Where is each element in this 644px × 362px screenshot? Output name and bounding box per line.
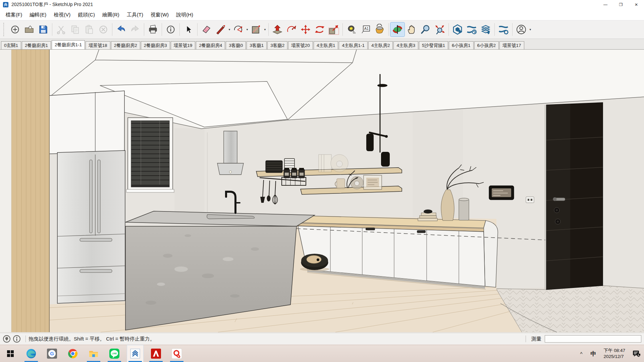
scene-tab-11[interactable]: 場景號20: [288, 41, 313, 49]
paint-bucket-button[interactable]: [373, 22, 387, 37]
tray-expand-chevron[interactable]: ^: [576, 351, 586, 357]
pan-button[interactable]: [405, 22, 419, 37]
print-button[interactable]: [146, 22, 160, 37]
menu-help[interactable]: 說明(H): [172, 10, 197, 20]
taskbar-app-chrome[interactable]: [65, 345, 81, 362]
line-pencil-icon: [215, 24, 226, 35]
zoom-button[interactable]: [419, 22, 433, 37]
paste-button[interactable]: [82, 22, 96, 37]
scene-tab-4[interactable]: 2餐廳廚房2: [111, 41, 140, 49]
menu-bar: 檔案(F) 編輯(E) 檢視(V) 鏡頭(C) 繪圖(R) 工具(T) 視窗(W…: [0, 9, 644, 20]
rotate-button[interactable]: [313, 22, 327, 37]
scene-tab-7[interactable]: 2餐廳廚房4: [196, 41, 225, 49]
scene-tab-12[interactable]: 4主臥房1: [314, 41, 338, 49]
taskbar-app-edge[interactable]: [23, 345, 39, 362]
select-button[interactable]: [181, 22, 196, 37]
scene-tab-16[interactable]: 5沙發背牆1: [419, 41, 448, 49]
toolbar-grip[interactable]: [3, 23, 5, 36]
credits-info-icon[interactable]: [13, 335, 21, 343]
arc-tool-dropdown[interactable]: ▼: [246, 28, 249, 31]
cut-icon: [56, 24, 66, 35]
taskbar-app-adobe[interactable]: [148, 345, 164, 362]
push-pull-button[interactable]: [270, 22, 284, 37]
cut-button[interactable]: [54, 22, 68, 37]
menu-view[interactable]: 檢視(V): [50, 10, 74, 20]
text-tool-button[interactable]: A1: [359, 22, 373, 37]
scene-tab-0[interactable]: 0玄關1: [1, 41, 21, 49]
scene-tab-6[interactable]: 場景號19: [171, 41, 196, 49]
cancel-button[interactable]: [96, 22, 110, 37]
menu-camera[interactable]: 鏡頭(C): [74, 10, 99, 20]
status-separator: [526, 336, 526, 342]
windows-start-icon: [6, 350, 14, 358]
new-button[interactable]: [8, 22, 22, 37]
account-button[interactable]: [514, 22, 528, 37]
measure-input[interactable]: [545, 335, 641, 343]
model-info-button[interactable]: [164, 22, 178, 37]
scene-tab-9[interactable]: 3客廳1: [247, 41, 267, 49]
gray-vase: [459, 199, 469, 220]
undo-icon: [116, 24, 126, 35]
copy-button[interactable]: [68, 22, 82, 37]
extension-sync-button[interactable]: [465, 22, 479, 37]
status-hint: 拖曳以便進行環繞。Shift = 平移。 Ctrl = 暫時停止重力。: [29, 336, 523, 342]
taskbar-app-line[interactable]: LINE: [106, 345, 122, 362]
wall-tablet: [489, 186, 514, 200]
tape-measure-button[interactable]: [344, 22, 359, 37]
scene-tab-18[interactable]: 6小孩房2: [474, 41, 499, 49]
scene-tab-13[interactable]: 4主臥房1-1: [339, 41, 368, 49]
3d-viewport[interactable]: [0, 50, 644, 333]
taskbar-app-file-explorer[interactable]: [86, 345, 102, 362]
scene-tab-1[interactable]: 2餐廳廚房1: [22, 41, 51, 49]
close-button[interactable]: ✕: [629, 0, 644, 9]
status-separator: [25, 336, 26, 342]
taskbar-app-acrobat[interactable]: [169, 345, 185, 362]
undo-button[interactable]: [114, 22, 128, 37]
redo-button[interactable]: [128, 22, 142, 37]
scene-tab-15[interactable]: 4主臥房3: [393, 41, 418, 49]
menu-window[interactable]: 視窗(W): [147, 10, 172, 20]
toolbar-separator: [494, 23, 495, 36]
scene-tab-3[interactable]: 場景號18: [86, 41, 110, 49]
line-tool-button[interactable]: [213, 22, 227, 37]
rectangle-tool-button[interactable]: [249, 22, 263, 37]
scene-tab-14[interactable]: 4主臥房2: [368, 41, 393, 49]
geolocation-icon[interactable]: [3, 335, 11, 343]
start-button[interactable]: [2, 345, 18, 362]
arc-tool-button[interactable]: [231, 22, 245, 37]
extension-layers-button[interactable]: [479, 22, 493, 37]
menu-edit[interactable]: 編輯(E): [26, 10, 50, 20]
scene-tab-17[interactable]: 6小孩房1: [449, 41, 474, 49]
account-dropdown[interactable]: ▼: [529, 28, 532, 31]
menu-draw[interactable]: 繪圖(R): [99, 10, 123, 20]
rectangle-tool-dropdown[interactable]: ▼: [263, 28, 267, 31]
taskbar-app-google[interactable]: G: [44, 345, 60, 362]
sketchup-window: 20251001TO客戶 - SketchUp Pro 2021 — ❐ ✕ 檔…: [0, 0, 644, 343]
taskbar-app-sketchup[interactable]: [127, 345, 143, 362]
save-button[interactable]: [36, 22, 50, 37]
extension-settings-button[interactable]: [496, 22, 511, 37]
orbit-button[interactable]: [390, 22, 405, 37]
restore-button[interactable]: ❐: [613, 0, 629, 9]
taskbar-clock[interactable]: 下午 08:47 2025/12/7: [600, 348, 629, 359]
extension-download-button[interactable]: [450, 22, 465, 37]
move-button[interactable]: [299, 22, 313, 37]
action-center-button[interactable]: [629, 345, 644, 362]
scene-tab-2-active[interactable]: 2餐廳廚房1-1: [52, 40, 85, 49]
zoom-extents-button[interactable]: [433, 22, 447, 37]
scene-tab-8[interactable]: 3客廳0: [226, 41, 246, 49]
line-tool-dropdown[interactable]: ▼: [228, 28, 231, 31]
menu-tools[interactable]: 工具(T): [123, 10, 147, 20]
open-button[interactable]: [22, 22, 36, 37]
push-pull-icon: [272, 24, 283, 35]
scale-button[interactable]: [327, 22, 341, 37]
ime-indicator[interactable]: 中: [586, 350, 600, 358]
minimize-button[interactable]: —: [598, 0, 613, 9]
upper-cabinet: [49, 91, 124, 154]
follow-me-button[interactable]: [284, 22, 299, 37]
scene-tab-5[interactable]: 2餐廳廚房3: [141, 41, 170, 49]
menu-file[interactable]: 檔案(F): [2, 10, 26, 20]
eraser-button[interactable]: [199, 22, 213, 37]
scene-tab-19[interactable]: 場景號17: [499, 41, 524, 49]
scene-tab-10[interactable]: 3客廳2: [267, 41, 287, 49]
